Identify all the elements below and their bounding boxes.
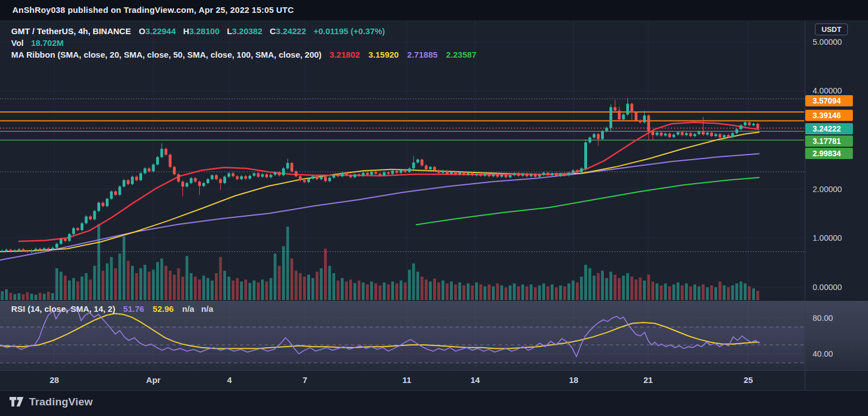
volume-bar — [509, 286, 512, 300]
candle-body — [702, 132, 705, 134]
candle-body — [442, 171, 444, 173]
volume-bar — [396, 283, 398, 300]
tradingview-wordmark: TradingView — [29, 396, 93, 408]
candle-body — [303, 180, 306, 183]
candle-body — [156, 157, 159, 165]
candle-body — [438, 170, 440, 172]
volume-bar — [106, 263, 109, 300]
volume-bar — [47, 292, 50, 300]
volume-bar — [400, 281, 402, 300]
chart-canvas[interactable]: 5.000004.000002.000001.000000.0000080.00… — [0, 0, 868, 416]
volume-bar — [152, 270, 155, 300]
volume-bar — [1, 291, 4, 300]
axis-tick-label: 40.00 — [813, 349, 833, 358]
axis-tick-label: 4.00000 — [813, 86, 842, 95]
volume-bar — [606, 278, 608, 300]
candle-body — [668, 134, 671, 137]
time-axis[interactable]: 28Apr471114182125 — [50, 375, 753, 385]
volume-bar — [685, 283, 688, 300]
volume-bar — [72, 278, 75, 300]
volume-bar — [660, 286, 663, 300]
volume-bar — [416, 272, 419, 300]
candle-body — [509, 175, 512, 177]
volume-bar — [358, 281, 360, 300]
candle-body — [517, 174, 520, 176]
candle-body — [416, 160, 419, 162]
currency-badge[interactable]: USDT — [815, 24, 848, 35]
volume-bar — [245, 279, 247, 300]
time-tick-label: 4 — [227, 375, 232, 385]
volume-bar — [488, 284, 491, 300]
volume-bar — [425, 279, 428, 300]
volume-bar — [186, 256, 189, 300]
candle-body — [475, 174, 478, 175]
candle-body — [165, 149, 167, 155]
volume-bar — [320, 268, 323, 300]
candle-body — [622, 115, 625, 120]
candle-body — [492, 174, 495, 176]
candle-body — [219, 179, 222, 183]
volume-bar — [139, 268, 142, 300]
volume-bar — [547, 287, 550, 301]
ma-ribbon-row[interactable]: MA Ribbon (SMA, close, 20, SMA, close, 5… — [11, 49, 476, 60]
candle-body — [77, 228, 79, 231]
rsi-value: 51.76 — [123, 304, 144, 314]
rsi-legend-row[interactable]: RSI (14, close, SMA, 14, 2) 51.76 52.96 … — [11, 303, 218, 315]
candle-body — [324, 177, 327, 181]
low-value: L3.20382 — [227, 26, 262, 36]
volume-bar — [698, 287, 701, 301]
time-tick-label: Apr — [146, 375, 161, 385]
volume-layer — [1, 224, 759, 300]
volume-bar — [626, 273, 629, 300]
volume-row[interactable]: Vol 18.702M — [11, 37, 476, 49]
volume-bar — [144, 265, 147, 300]
tradingview-logo[interactable]: TradingView — [9, 395, 93, 409]
candle-body — [656, 133, 659, 135]
volume-bar — [567, 283, 570, 300]
candle-body — [215, 175, 218, 179]
volume-bar — [631, 277, 634, 300]
volume-bar — [727, 287, 730, 300]
volume-bar — [522, 284, 524, 300]
volume-bar — [706, 287, 709, 300]
candle-body — [555, 174, 558, 176]
volume-bar — [723, 286, 726, 300]
candle-body — [55, 244, 58, 248]
volume-bar — [22, 295, 25, 301]
symbol-row[interactable]: GMT / TetherUS, 4h, BINANCE O3.22944 H3.… — [11, 25, 476, 37]
volume-bar — [165, 266, 167, 300]
candle-body — [429, 167, 432, 169]
volume-bar — [177, 268, 180, 300]
volume-bar — [681, 286, 684, 300]
volume-bar — [190, 273, 193, 300]
time-tick-label: 18 — [569, 375, 579, 385]
volume-bar — [484, 287, 486, 301]
volume-bar — [26, 292, 29, 300]
rsi-na-2: n/a — [201, 304, 213, 314]
candle-body — [81, 223, 83, 230]
volume-bar — [207, 278, 209, 300]
candle-body — [530, 174, 533, 176]
candle-body — [223, 177, 226, 183]
candle-body — [534, 174, 537, 176]
candle-body — [114, 191, 117, 195]
volume-bar — [102, 271, 105, 301]
price-axis[interactable]: 5.000004.000002.000001.000000.0000080.00… — [805, 38, 853, 358]
volume-bar — [555, 287, 558, 300]
volume-bar — [429, 282, 432, 300]
candle-body — [660, 133, 663, 135]
candle-body — [102, 203, 105, 206]
candle-body — [332, 175, 335, 177]
candle-body — [190, 178, 193, 183]
rsi-na-1: n/a — [182, 304, 195, 314]
candle-body — [248, 176, 251, 179]
volume-bar — [715, 287, 717, 300]
rsi-label: RSI (14, close, SMA, 14, 2) — [11, 304, 115, 314]
volume-bar — [295, 271, 298, 301]
volume-bar — [89, 279, 92, 300]
volume-bar — [287, 227, 289, 300]
candle-body — [374, 172, 377, 174]
volume-bar — [744, 283, 747, 300]
volume-bar — [651, 282, 654, 300]
candle-body — [396, 171, 398, 173]
